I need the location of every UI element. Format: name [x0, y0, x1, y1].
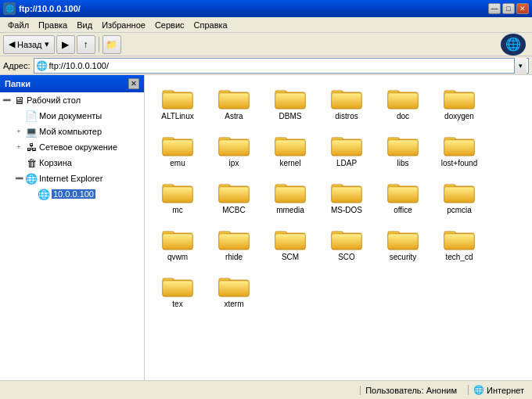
svg-rect-51	[163, 187, 192, 202]
folder-icon	[275, 226, 306, 251]
file-item[interactable]: SCM	[264, 222, 317, 266]
file-item[interactable]: tech_cd	[433, 222, 486, 266]
file-item[interactable]: kernel	[264, 128, 317, 172]
folder-icon	[162, 179, 193, 204]
address-input[interactable]	[49, 61, 514, 70]
file-label: tech_cd	[445, 253, 473, 262]
tree-item-desktop[interactable]: ➖ 🖥 Рабочий стол	[0, 92, 144, 108]
file-item[interactable]: Astra	[207, 81, 261, 125]
file-label: lost+found	[441, 159, 477, 168]
folder-icon	[162, 132, 193, 157]
file-item[interactable]: rhide	[207, 222, 261, 266]
tree-item-mydocs[interactable]: 📄 Мои документы	[0, 108, 144, 124]
tree-item-mycomputer[interactable]: + 💻 Мой компьютер	[0, 124, 144, 139]
file-label: tex	[172, 300, 182, 309]
zone-label: Интернет	[487, 386, 524, 395]
menu-service[interactable]: Сервис	[150, 19, 189, 31]
file-item[interactable]: SCO	[320, 222, 373, 266]
file-item[interactable]: MCBC	[207, 175, 261, 219]
file-label: Astra	[225, 112, 243, 121]
file-item[interactable]: tex	[151, 269, 204, 313]
folders-button[interactable]: 📁	[102, 35, 121, 54]
file-item[interactable]: libs	[376, 128, 430, 172]
svg-rect-23	[444, 93, 474, 108]
tree-expander-network[interactable]: +	[13, 141, 25, 153]
folder-icon	[162, 273, 193, 298]
file-item[interactable]: security	[376, 222, 430, 266]
svg-rect-99	[163, 281, 192, 296]
tree-item-ie[interactable]: ➖ 🌐 Internet Explorer	[0, 171, 144, 186]
close-button[interactable]: ✕	[516, 3, 529, 14]
back-arrow-icon: ◀	[9, 39, 15, 49]
desktop-icon: 🖥	[13, 94, 25, 106]
address-input-wrap[interactable]: 🌐 ▾	[34, 58, 529, 74]
file-label: doc	[397, 112, 409, 121]
file-item[interactable]: mc	[151, 175, 204, 219]
svg-rect-91	[388, 234, 418, 249]
tree-item-network[interactable]: + 🖧 Сетевое окружение	[0, 139, 144, 155]
file-item[interactable]: LDAP	[320, 128, 373, 172]
file-item[interactable]: MS-DOS	[320, 175, 373, 219]
folder-icon	[331, 226, 362, 251]
file-item[interactable]: doc	[376, 81, 430, 125]
minimize-button[interactable]: —	[488, 3, 501, 14]
menu-view[interactable]: Вид	[72, 19, 97, 31]
menu-help[interactable]: Справка	[189, 19, 232, 31]
svg-rect-35	[275, 140, 305, 155]
file-label: kernel	[279, 159, 300, 168]
file-item[interactable]: mmedia	[264, 175, 317, 219]
file-item[interactable]: qvwm	[151, 222, 204, 266]
file-label: MS-DOS	[331, 206, 362, 215]
tree-label-ftp: 10.0.0.100	[52, 189, 95, 199]
menu-file[interactable]: Файл	[3, 19, 34, 31]
maximize-button[interactable]: □	[502, 3, 515, 14]
forward-button[interactable]: ▶	[56, 35, 75, 54]
menu-favorites[interactable]: Избранное	[97, 19, 150, 31]
file-item[interactable]: ALTLinux	[151, 81, 204, 125]
file-item[interactable]: emu	[151, 128, 204, 172]
file-item[interactable]: lost+found	[433, 128, 486, 172]
address-icon: 🌐	[36, 60, 48, 71]
tree-item-ftp[interactable]: 🌐 10.0.0.100	[0, 186, 144, 202]
svg-rect-11	[275, 93, 305, 108]
folder-icon	[444, 226, 475, 251]
file-label: distros	[335, 112, 358, 121]
svg-rect-103	[219, 281, 249, 296]
svg-rect-63	[332, 187, 361, 202]
folder-icon	[162, 226, 193, 251]
folders-icon: 📁	[106, 39, 117, 50]
tree-label-network: Сетевое окружение	[39, 142, 117, 152]
tree-label-mydocs: Мои документы	[39, 111, 102, 120]
sidebar-close-button[interactable]: ✕	[128, 78, 139, 89]
title-bar: 🌐 ftp://10.0.0.100/ — □ ✕	[0, 0, 532, 17]
file-label: LDAP	[336, 159, 357, 168]
main-area: Папки ✕ ➖ 🖥 Рабочий стол 📄 Мои документы…	[0, 75, 532, 380]
folder-icon	[387, 85, 419, 110]
tree-expander-desktop[interactable]: ➖	[0, 94, 13, 106]
tree-expander-recycle[interactable]	[13, 156, 25, 169]
tree-expander-mycomputer[interactable]: +	[13, 125, 25, 138]
svg-rect-55	[219, 187, 249, 202]
svg-rect-3	[163, 93, 192, 108]
file-item[interactable]: ipx	[207, 128, 261, 172]
back-button[interactable]: ◀ Назад ▾	[3, 35, 55, 54]
tree-item-recycle[interactable]: 🗑 Корзина	[0, 155, 144, 171]
file-item[interactable]: DBMS	[264, 81, 317, 125]
file-item[interactable]: xterm	[207, 269, 261, 313]
file-item[interactable]: distros	[320, 81, 373, 125]
ie-icon: 🌐	[25, 172, 38, 185]
file-label: rhide	[225, 253, 243, 262]
file-item[interactable]: pcmcia	[433, 175, 486, 219]
folder-icon	[387, 132, 419, 157]
address-dropdown-button[interactable]: ▾	[514, 58, 527, 74]
file-label: xterm	[225, 300, 244, 309]
menu-edit[interactable]: Правка	[34, 19, 72, 31]
up-button[interactable]: ↑	[77, 35, 95, 54]
tree-expander-ie[interactable]: ➖	[13, 172, 25, 185]
svg-rect-87	[332, 234, 361, 249]
tree-expander-mydocs[interactable]	[13, 110, 25, 122]
folder-icon	[275, 85, 306, 110]
file-item[interactable]: doxygen	[433, 81, 486, 125]
file-item[interactable]: office	[376, 175, 430, 219]
tree-expander-ftp[interactable]	[25, 188, 38, 200]
